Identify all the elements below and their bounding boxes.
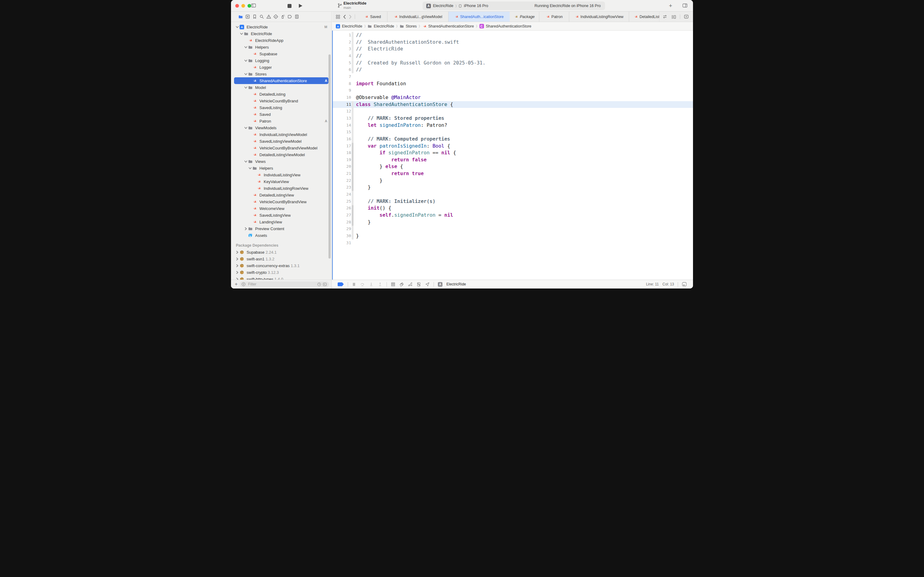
step-into-icon[interactable] [369,282,374,287]
chevron-right-icon[interactable] [235,277,240,280]
line-number[interactable]: 12 [332,108,351,115]
close-button[interactable] [235,4,239,8]
source-control-icon[interactable] [245,15,250,19]
tree-row-landingview[interactable]: LandingView [231,219,332,225]
breadcrumb-item[interactable]: AElectricRide [336,24,362,28]
tree-row-welcomeview[interactable]: WelcomeView [231,205,332,212]
package-row-swift-asn1[interactable]: swift-asn1 1.3.2 [231,256,332,262]
filter-input[interactable] [248,282,317,287]
code-line-25[interactable]: 25 // MARK: Initializer(s) [332,198,693,205]
forward-button[interactable] [349,15,352,19]
minimize-button[interactable] [241,4,245,8]
filter-field[interactable] [240,282,329,287]
code-line-30[interactable]: 30} [332,232,693,240]
tab-saved[interactable]: Saved [358,11,388,22]
add-file-button[interactable]: + [233,282,239,287]
code-line-13[interactable]: 13 // MARK: Stored properties [332,115,693,122]
tree-row-model[interactable]: Model [231,84,332,91]
editor-options-icon[interactable] [671,15,676,19]
tab-patron[interactable]: Patron [539,11,569,22]
chevron-right-icon[interactable] [235,256,240,261]
debug-icon[interactable] [280,15,285,19]
view-hierarchy-icon[interactable] [391,282,395,287]
recents-clock-icon[interactable] [317,282,321,286]
line-number[interactable]: 8 [332,81,351,87]
code-line-11[interactable]: 11class SharedAuthenticationStore { [332,101,693,108]
code-line-19[interactable]: 19 return false [332,156,693,163]
line-number[interactable]: 1 [332,32,351,39]
tree-row-detailedlistingviewmodel[interactable]: DetailedListingViewModel [231,151,332,158]
tree-row-individuallistingview[interactable]: IndividualListingView [231,171,332,178]
memory-graph-icon[interactable] [399,282,404,287]
chevron-right-icon[interactable] [235,250,240,255]
tree-row-vehiclecountbybrandview[interactable]: VehicleCountByBrandView [231,198,332,205]
chevron-down-icon[interactable] [239,31,244,36]
line-number[interactable]: 19 [332,156,351,163]
tree-row-electricride[interactable]: ElectricRide [231,30,332,37]
tree-row-individuallistingrowview[interactable]: IndividualListingRowView [231,185,332,192]
source-editor[interactable]: 1//2// SharedAuthenticationStore.swift3/… [332,31,693,280]
code-line-31[interactable]: 31 [332,240,693,247]
line-number[interactable]: 23 [332,184,351,191]
line-number[interactable]: 18 [332,150,351,156]
code-line-7[interactable]: 7 [332,73,693,81]
chevron-right-icon[interactable] [235,263,240,268]
add-editor-icon[interactable] [684,15,689,19]
line-number[interactable]: 22 [332,177,351,184]
code-line-22[interactable]: 22 } [332,177,693,184]
tab-individuallistingrowview[interactable]: IndividualListingRowView [569,11,629,22]
line-number[interactable]: 25 [332,198,351,205]
line-number[interactable]: 28 [332,219,351,226]
left-sidebar-toggle-icon[interactable] [251,3,256,8]
debug-graph-icon[interactable] [408,282,412,287]
line-number[interactable]: 9 [332,87,351,94]
line-number[interactable]: 4 [332,53,351,60]
line-number[interactable]: 10 [332,94,351,101]
tree-row-logger[interactable]: Logger [231,64,332,71]
line-number[interactable]: 20 [332,163,351,170]
stop-button[interactable] [288,4,291,8]
chevron-down-icon[interactable] [243,159,248,164]
tree-row-stores[interactable]: Stores [231,71,332,77]
code-line-12[interactable]: 12 [332,108,693,115]
package-row-swift-concurrency-extras[interactable]: swift-concurrency-extras 1.3.1 [231,262,332,269]
line-number[interactable]: 16 [332,136,351,143]
find-icon[interactable] [259,15,264,19]
back-button[interactable] [343,15,346,19]
breadcrumb-item[interactable]: Stores [400,24,417,28]
tree-row-savedlistingview[interactable]: SavedListingView [231,212,332,219]
tree-row-electricride[interactable]: AElectricRideM [231,24,332,30]
line-number[interactable]: 7 [332,73,351,81]
chevron-right-icon[interactable] [235,270,240,275]
tree-row-keyvalueview[interactable]: KeyValueView [231,178,332,185]
library-button[interactable]: + [669,2,672,9]
tab-detailedlisting[interactable]: DetailedListing [629,11,659,22]
code-line-26[interactable]: 26 init() { [332,205,693,212]
line-number[interactable]: 2 [332,39,351,46]
code-line-4[interactable]: 4// [332,53,693,60]
tree-row-detailedlistingview[interactable]: DetailedListingView [231,192,332,198]
tab-sharedauth-icationstore[interactable]: SharedAuth...icationStore [449,11,510,22]
pause-icon[interactable] [352,282,356,287]
tests-icon[interactable] [274,15,278,19]
step-over-icon[interactable] [360,282,365,287]
chevron-down-icon[interactable] [235,24,240,29]
code-line-8[interactable]: 8import Foundation [332,81,693,87]
code-line-3[interactable]: 3// ElectricRide [332,45,693,53]
line-number[interactable]: 24 [332,191,351,198]
chevron-down-icon[interactable] [243,85,248,90]
breadcrumb-item[interactable]: SharedAuthenticationStore [422,24,474,28]
line-number[interactable]: 29 [332,226,351,232]
chevron-down-icon[interactable] [243,58,248,63]
step-out-icon[interactable] [378,282,383,287]
environment-overrides-icon[interactable] [417,282,421,287]
tree-row-views[interactable]: Views [231,158,332,165]
tree-row-supabase[interactable]: Supabase [231,50,332,57]
chevron-down-icon[interactable] [248,166,253,171]
scheme-and-status-pill[interactable]: A ElectricRide 〉 iPhone 16 Pro Running E… [423,2,605,10]
tree-row-detailedlisting[interactable]: DetailedListing [231,91,332,97]
breadcrumb-item[interactable]: ElectricRide [368,24,394,28]
line-number[interactable]: 15 [332,129,351,136]
code-line-6[interactable]: 6// [332,66,693,73]
code-line-18[interactable]: 18 if signedInPatron == nil { [332,150,693,156]
